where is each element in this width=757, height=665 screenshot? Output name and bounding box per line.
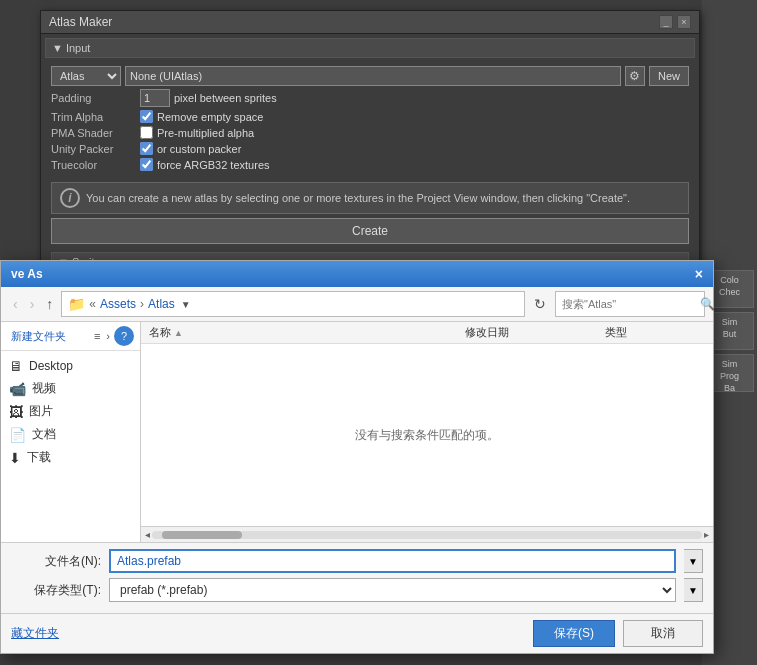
close-btn[interactable]: × <box>677 15 691 29</box>
cancel-btn[interactable]: 取消 <box>623 620 703 647</box>
view-chevron-btn[interactable]: › <box>104 328 112 344</box>
info-icon: i <box>60 188 80 208</box>
search-box: 🔍 <box>555 291 705 317</box>
save-footer: 藏文件夹 保存(S) 取消 <box>1 613 713 653</box>
padding-suffix: pixel between sprites <box>174 92 277 104</box>
scroll-left-btn[interactable]: ◂ <box>143 529 152 540</box>
minimize-btn[interactable]: _ <box>659 15 673 29</box>
trim-alpha-label: Trim Alpha <box>51 111 136 123</box>
unity-packer-label: Unity Packer <box>51 143 136 155</box>
input-section-header: ▼ Input <box>45 38 695 58</box>
path-bar: 📁 « Assets › Atlas ▼ <box>61 291 525 317</box>
filename-dropdown-arrow[interactable]: ▼ <box>684 549 703 573</box>
save-dialog: ve As × ‹ › ↑ 📁 « Assets › Atlas ▼ ↻ 🔍 <box>0 260 714 654</box>
atlas-type-row: Atlas ⚙ New <box>51 66 689 86</box>
save-close-btn[interactable]: × <box>695 266 703 282</box>
trim-alpha-text: Remove empty space <box>157 111 263 123</box>
padding-input[interactable] <box>140 89 170 107</box>
unity-packer-text: or custom packer <box>157 143 241 155</box>
filetype-row: 保存类型(T): prefab (*.prefab) ▼ <box>11 578 703 602</box>
path-dropdown-btn[interactable]: ▼ <box>179 299 193 310</box>
save-form: 文件名(N): ▼ 保存类型(T): prefab (*.prefab) ▼ <box>1 542 713 613</box>
save-title-bar: ve As × <box>1 261 713 287</box>
truecolor-checkbox[interactable] <box>140 158 153 171</box>
sidebar-item-documents[interactable]: 📄 文档 <box>1 423 140 446</box>
video-icon: 📹 <box>9 381 26 397</box>
truecolor-text: force ARGB32 textures <box>157 159 270 171</box>
sidebar-item-desktop[interactable]: 🖥 Desktop <box>1 355 140 377</box>
search-icon: 🔍 <box>700 297 715 311</box>
filename-label: 文件名(N): <box>11 553 101 570</box>
atlas-name-field[interactable] <box>125 66 621 86</box>
view-toggle: ≡ › ? <box>92 326 134 346</box>
sort-arrow: ▲ <box>174 328 183 338</box>
trim-alpha-checkbox[interactable] <box>140 110 153 123</box>
horizontal-scrollbar[interactable]: ◂ ▸ <box>141 526 713 542</box>
col-type-header[interactable]: 类型 <box>605 325 705 340</box>
info-box: i You can create a new atlas by selectin… <box>51 182 689 214</box>
back-btn[interactable]: ‹ <box>9 294 22 314</box>
view-list-btn[interactable]: ≡ <box>92 328 102 344</box>
save-dialog-title: ve As <box>11 267 43 281</box>
pma-shader-checkbox[interactable] <box>140 126 153 139</box>
gear-button[interactable]: ⚙ <box>625 66 645 86</box>
trim-alpha-row: Trim Alpha Remove empty space <box>51 110 689 123</box>
file-columns: 名称 ▲ 修改日期 类型 <box>141 322 713 344</box>
left-panel: 新建文件夹 ≡ › ? 🖥 Desktop 📹 视频 🖼 图 <box>1 322 141 542</box>
sidebar-item-video[interactable]: 📹 视频 <box>1 377 140 400</box>
help-btn[interactable]: ? <box>114 326 134 346</box>
filetype-select[interactable]: prefab (*.prefab) <box>109 578 676 602</box>
padding-label: Padding <box>51 92 136 104</box>
scroll-right-btn[interactable]: ▸ <box>702 529 711 540</box>
document-icon: 📄 <box>9 427 26 443</box>
search-icon-btn[interactable]: 🔍 <box>700 297 715 311</box>
path-atlas[interactable]: Atlas <box>148 297 175 311</box>
file-area: 名称 ▲ 修改日期 类型 没有与搜索条件匹配的项。 ◂ ▸ <box>141 322 713 542</box>
atlas-title: Atlas Maker <box>49 15 112 29</box>
sidebar-list: 🖥 Desktop 📹 视频 🖼 图片 📄 文档 ⬇ 下载 <box>1 351 140 473</box>
desktop-icon: 🖥 <box>9 358 23 374</box>
atlas-title-bar: Atlas Maker _ × <box>41 11 699 34</box>
picture-icon: 🖼 <box>9 404 23 420</box>
file-content-area: 没有与搜索条件匹配的项。 <box>141 344 713 526</box>
truecolor-label: Truecolor <box>51 159 136 171</box>
refresh-btn[interactable]: ↻ <box>529 294 551 314</box>
pma-shader-label: PMA Shader <box>51 127 136 139</box>
forward-btn[interactable]: › <box>26 294 39 314</box>
filetype-label: 保存类型(T): <box>11 582 101 599</box>
input-section: Atlas ⚙ New Padding pixel between sprite… <box>45 62 695 178</box>
up-btn[interactable]: ↑ <box>42 294 57 314</box>
truecolor-row: Truecolor force ARGB32 textures <box>51 158 689 171</box>
title-controls: _ × <box>659 15 691 29</box>
search-input[interactable] <box>562 298 700 310</box>
sidebar-item-downloads[interactable]: ⬇ 下载 <box>1 446 140 469</box>
filetype-dropdown-arrow[interactable]: ▼ <box>684 578 703 602</box>
filename-input[interactable] <box>109 549 676 573</box>
atlas-maker-window: Atlas Maker _ × ▼ Input Atlas ⚙ New <box>40 10 700 285</box>
unity-packer-row: Unity Packer or custom packer <box>51 142 689 155</box>
scrollbar-thumb <box>162 531 242 539</box>
file-manager: 新建文件夹 ≡ › ? 🖥 Desktop 📹 视频 🖼 图 <box>1 322 713 542</box>
atlas-type-dropdown[interactable]: Atlas <box>51 66 121 86</box>
col-date-header[interactable]: 修改日期 <box>465 325 605 340</box>
new-folder-btn[interactable]: 新建文件夹 <box>7 327 70 346</box>
save-toolbar: ‹ › ↑ 📁 « Assets › Atlas ▼ ↻ 🔍 <box>1 287 713 322</box>
pma-shader-row: PMA Shader Pre-multiplied alpha <box>51 126 689 139</box>
footer-buttons: 保存(S) 取消 <box>533 620 703 647</box>
scrollbar-track <box>152 531 702 539</box>
unity-packer-checkbox[interactable] <box>140 142 153 155</box>
filename-row: 文件名(N): ▼ <box>11 549 703 573</box>
info-text: You can create a new atlas by selecting … <box>86 192 630 204</box>
left-panel-toolbar: 新建文件夹 ≡ › ? <box>1 322 140 351</box>
empty-message: 没有与搜索条件匹配的项。 <box>355 427 499 444</box>
new-button[interactable]: New <box>649 66 689 86</box>
padding-row: Padding pixel between sprites <box>51 89 689 107</box>
pma-shader-text: Pre-multiplied alpha <box>157 127 254 139</box>
atlas-body: ▼ Input Atlas ⚙ New Padding pixel betwee… <box>41 34 699 284</box>
create-button[interactable]: Create <box>51 218 689 244</box>
path-assets[interactable]: Assets <box>100 297 136 311</box>
sidebar-item-pictures[interactable]: 🖼 图片 <box>1 400 140 423</box>
col-name-header[interactable]: 名称 ▲ <box>149 325 465 340</box>
save-confirm-btn[interactable]: 保存(S) <box>533 620 615 647</box>
hide-folders-btn[interactable]: 藏文件夹 <box>11 625 59 642</box>
